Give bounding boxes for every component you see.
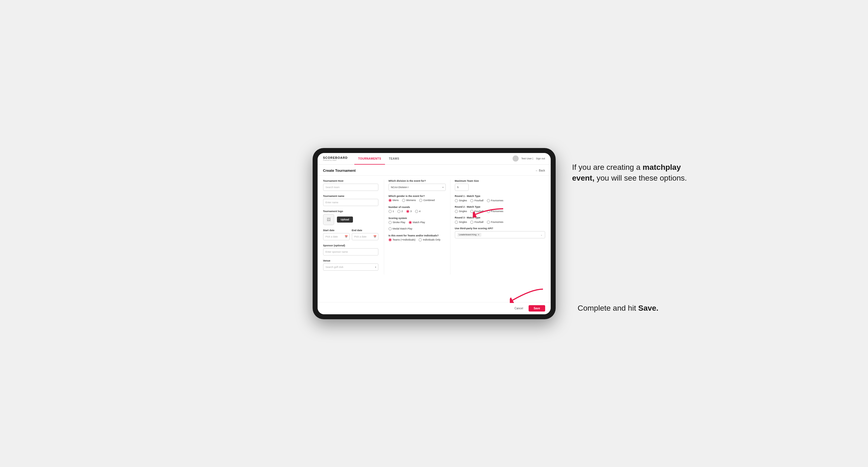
tournament-name-group: Tournament name (323, 195, 378, 206)
round1-match-type: Round 1 - Match Type Singles Fourball (455, 195, 545, 202)
venue-label: Venue (323, 259, 378, 262)
tournament-host-input[interactable] (323, 184, 378, 191)
tournament-logo-group: Tournament logo 🖼 Upload (323, 210, 378, 225)
round3-singles-item[interactable]: Singles (455, 221, 467, 224)
gender-womens-item[interactable]: Womens (402, 199, 416, 202)
cancel-button[interactable]: Cancel (512, 305, 526, 312)
end-date-input[interactable] (352, 233, 378, 240)
logo-placeholder: 🖼 (323, 214, 334, 225)
round1-match-type-label: Round 1 - Match Type (455, 195, 545, 197)
sponsor-input[interactable] (323, 248, 378, 255)
api-tag-close-icon[interactable]: ✕ (477, 234, 480, 236)
round-1-label: 1 (393, 210, 394, 213)
app-logo: SCOREBOARD Powered by clippit (323, 156, 348, 161)
app-logo-title: SCOREBOARD (323, 156, 348, 159)
gender-combined-label: Combined (423, 199, 435, 201)
form-col-right: Maximum Team Size Round 1 - Match Type S… (450, 180, 545, 275)
round3-fourball-radio[interactable] (470, 221, 473, 224)
round-2-radio[interactable] (397, 210, 400, 213)
stroke-play-label: Stroke Play (393, 221, 405, 224)
division-label: Which division is the event for? (389, 180, 446, 182)
round3-foursomes-label: Foursomes (491, 221, 503, 223)
tournament-name-input[interactable] (323, 199, 378, 206)
save-button[interactable]: Save (529, 305, 545, 312)
teams-radio[interactable] (389, 238, 392, 241)
round-4-radio[interactable] (415, 210, 418, 213)
api-tag-text: Leaderboard King (459, 234, 477, 236)
round3-foursomes-item[interactable]: Foursomes (487, 221, 503, 224)
annotation-save: Complete and hit Save. (578, 303, 694, 313)
round-3-radio[interactable] (406, 210, 409, 213)
division-group: Which division is the event for? NCAA Di… (389, 180, 446, 191)
round1-singles-label: Singles (459, 199, 467, 202)
teams-label: Is this event for Teams and/or Individua… (389, 234, 446, 237)
signout-link[interactable]: Sign out (536, 157, 545, 160)
individuals-radio[interactable] (419, 238, 422, 241)
individuals-only-item[interactable]: Individuals Only (419, 238, 440, 241)
round1-singles-item[interactable]: Singles (455, 199, 467, 202)
round-2-item[interactable]: 2 (397, 210, 403, 213)
arrow-matchplay (473, 206, 506, 221)
upload-button[interactable]: Upload (337, 217, 353, 223)
round1-fourball-radio[interactable] (470, 199, 473, 202)
round3-foursomes-radio[interactable] (487, 221, 490, 224)
max-team-size-input[interactable] (455, 184, 469, 191)
arrow-save (510, 286, 546, 304)
avatar (513, 155, 519, 161)
round3-singles-radio[interactable] (455, 221, 458, 224)
image-icon: 🖼 (327, 217, 331, 222)
api-label: Use third-party live scoring API? (455, 227, 545, 230)
match-play-item[interactable]: Match Play (409, 221, 425, 224)
gender-combined-item[interactable]: Combined (419, 199, 435, 202)
gender-womens-radio[interactable] (402, 199, 405, 202)
start-date-input[interactable] (323, 233, 350, 240)
round1-singles-radio[interactable] (455, 199, 458, 202)
round-1-item[interactable]: 1 (389, 210, 394, 213)
page-content: Create Tournament ← Back Tournament Host (318, 165, 551, 302)
scoring-group: Scoring system Stroke Play Match Play (389, 217, 446, 230)
medal-match-play-item[interactable]: Medal Match Play (389, 227, 412, 230)
round1-foursomes-radio[interactable] (487, 199, 490, 202)
page-title: Create Tournament (323, 168, 356, 173)
round3-fourball-label: Fourball (474, 221, 484, 223)
gender-combined-radio[interactable] (419, 199, 422, 202)
scoring-radio-group: Stroke Play Match Play Medal Match Play (389, 221, 446, 230)
start-date-wrapper: 📅 (323, 233, 350, 240)
round-1-radio[interactable] (389, 210, 392, 213)
stroke-play-radio[interactable] (389, 221, 392, 224)
medal-match-play-radio[interactable] (389, 227, 392, 230)
round1-foursomes-item[interactable]: Foursomes (487, 199, 503, 202)
gender-mens-radio[interactable] (389, 199, 392, 202)
round-3-item[interactable]: 3 (406, 210, 412, 213)
tournament-name-label: Tournament name (323, 195, 378, 197)
max-team-size-label: Maximum Team Size (455, 180, 545, 182)
max-team-size-group: Maximum Team Size (455, 180, 545, 191)
round1-fourball-item[interactable]: Fourball (470, 199, 484, 202)
medal-match-play-label: Medal Match Play (393, 227, 412, 230)
teams-plus-individuals-item[interactable]: Teams (+Individuals) (389, 238, 415, 241)
gender-group: Which gender is the event for? Mens Wome… (389, 195, 446, 202)
api-select-wrapper[interactable]: Leaderboard King ✕ ⌄ (455, 231, 545, 238)
round2-singles-radio[interactable] (455, 210, 458, 213)
round3-fourball-item[interactable]: Fourball (470, 221, 484, 224)
rounds-radio-group: 1 2 3 (389, 210, 446, 213)
tab-tournaments[interactable]: TOURNAMENTS (354, 153, 385, 165)
stroke-play-item[interactable]: Stroke Play (389, 221, 405, 224)
round-4-item[interactable]: 4 (415, 210, 421, 213)
gender-womens-label: Womens (406, 199, 416, 201)
gender-mens-item[interactable]: Mens (389, 199, 399, 202)
form-col-mid: Which division is the event for? NCAA Di… (384, 180, 450, 275)
form-layout: Tournament Host Tournament name Tourname… (318, 176, 551, 278)
round3-singles-label: Singles (459, 221, 467, 223)
division-select[interactable]: NCAA Division I (389, 184, 446, 191)
rounds-label: Number of rounds (389, 206, 446, 209)
tab-teams[interactable]: TEAMS (385, 153, 403, 165)
app-header: SCOREBOARD Powered by clippit TOURNAMENT… (318, 153, 551, 165)
page-inner: Create Tournament ← Back Tournament Host (318, 165, 551, 302)
match-play-radio[interactable] (409, 221, 412, 224)
back-link[interactable]: ← Back (535, 169, 545, 172)
venue-input[interactable] (323, 263, 378, 271)
division-wrapper: NCAA Division I ▾ (389, 184, 446, 191)
rounds-group: Number of rounds 1 2 (389, 206, 446, 213)
round2-singles-item[interactable]: Singles (455, 210, 467, 213)
